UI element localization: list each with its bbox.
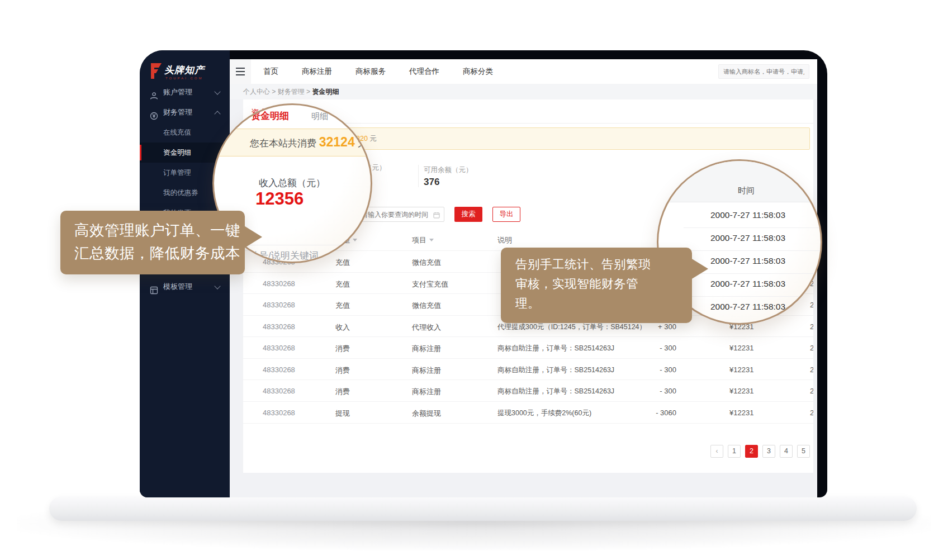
pagination-page-2-active[interactable]: 2 (745, 445, 758, 458)
sidebar-item-templates[interactable]: 模板管理 (140, 277, 230, 297)
sidebar-item-account[interactable]: 账户管理 (140, 82, 230, 102)
cell-balance: ¥12231 (729, 344, 753, 352)
lens-banner: 您在本站共消费 32124 元 (212, 129, 372, 156)
hamburger-menu-icon[interactable] (230, 59, 251, 84)
cell-order: 48330268 (263, 344, 295, 352)
sidebar-subitem-label: 我的优惠券 (163, 183, 198, 203)
chevron-down-icon (214, 283, 220, 289)
pagination-prev-button[interactable]: ‹ (710, 445, 723, 458)
sidebar-item-label: 财务管理 (163, 102, 192, 122)
cell-project: 商标注册 (412, 366, 441, 376)
page: 头牌知产 TOUPAI.COM 账户管理 财务管理 (0, 0, 948, 560)
nav-item-trademark-register[interactable]: 商标注册 (302, 67, 332, 77)
breadcrumb-item[interactable]: 财务管理 (278, 88, 305, 96)
breadcrumb-separator: > (272, 88, 277, 96)
cell-balance: ¥12231 (729, 387, 753, 395)
cell-time: 2000-7-27 11:58:03 (810, 409, 813, 417)
cell-desc: 商标自助注册，订单号：SB2514263J (497, 344, 614, 353)
sidebar-subitem-recharge[interactable]: 在线充值 (140, 122, 230, 143)
date-query-input[interactable] (355, 207, 444, 222)
callout-right-line3: 理。 (515, 294, 692, 314)
nav-item-trademark-services[interactable]: 商标服务 (356, 67, 386, 77)
cell-order: 48330268 (263, 409, 295, 417)
cell-time: 2000-7-27 11:58:03 (810, 344, 813, 352)
cell-project: 余额提现 (412, 409, 441, 419)
cell-type: 消费 (335, 344, 350, 354)
cell-amount: + 300 (601, 322, 676, 331)
breadcrumb-item[interactable]: 个人中心 (243, 88, 270, 96)
column-header-desc: 说明 (497, 235, 512, 245)
laptop-base (49, 496, 917, 521)
callout-left-line1: 高效管理账户订单、一键 (74, 219, 245, 242)
cell-type: 消费 (335, 366, 350, 376)
pagination-page-1[interactable]: 1 (728, 445, 741, 458)
callout-right-line1: 告别手工统计、告别繁琐 (515, 255, 692, 274)
brand-logo-subtext: TOUPAI.COM (165, 77, 203, 80)
pagination-page-3[interactable]: 3 (762, 445, 775, 458)
sidebar-item-label: 模板管理 (163, 277, 192, 297)
sidebar-subitem-label: 资金明细 (163, 143, 191, 163)
chevron-down-icon (214, 88, 220, 94)
nav-links: 首页 商标注册 商标服务 代理合作 商标分类 (263, 59, 493, 84)
table-row[interactable]: 48330268 消费 商标注册 商标自助注册，订单号：SB2514263J -… (243, 358, 813, 381)
pagination-page-4[interactable]: 4 (780, 445, 793, 458)
lens-income-value: 12356 (255, 189, 304, 209)
sort-caret-icon (429, 239, 434, 241)
table-row[interactable]: 48330268 提现 余额提现 提现3000元，手续费2%(60元) - 30… (243, 401, 813, 424)
cell-amount: - 300 (601, 344, 676, 352)
callout-left-line2: 汇总数据，降低财务成本 (74, 242, 245, 265)
callout-right-line2: 审核，实现智能财务管 (515, 274, 692, 294)
calendar-icon[interactable] (433, 211, 440, 221)
lens-time-value: 2000-7-27 11:58:03 (658, 233, 821, 243)
cell-order: 48330268 (263, 366, 295, 374)
breadcrumb: 个人中心 > 财务管理 > 资金明细 (230, 84, 817, 99)
lens-tab-title: 资金明细 (251, 110, 289, 122)
cell-order: 48330268 (263, 322, 295, 331)
cell-time: 2000-7-27 11:58:03 (810, 387, 813, 395)
banner-tail-unit: 元 (369, 135, 377, 143)
cell-time: 2000-7-27 11:58:03 (810, 301, 813, 309)
sidebar-subitem-label: 在线充值 (163, 122, 191, 143)
lens-time-value: 2000-7-27 11:58:03 (658, 210, 821, 220)
sidebar-subitem-label: 订单管理 (163, 163, 191, 183)
cell-type: 充值 (335, 258, 350, 268)
search-button[interactable]: 搜索 (454, 207, 482, 222)
cell-order: 48330268 (263, 387, 295, 395)
cell-project: 微信充值 (412, 258, 441, 268)
cell-type: 提现 (335, 409, 350, 419)
top-navbar: 首页 商标注册 商标服务 代理合作 商标分类 (230, 59, 817, 84)
brand-logo-icon (150, 63, 162, 82)
divider (684, 250, 822, 251)
callout-left: 高效管理账户订单、一键 汇总数据，降低财务成本 (60, 211, 245, 274)
stat-balance-label: 可用余额（元） (424, 165, 473, 175)
nav-item-home[interactable]: 首页 (263, 67, 278, 77)
nav-item-classification[interactable]: 商标分类 (463, 67, 493, 77)
callout-pointer-icon (243, 225, 262, 249)
column-header-project[interactable]: 项目 (412, 235, 434, 245)
sort-caret-icon (353, 239, 357, 241)
table-row[interactable]: 48330268 消费 商标注册 商标自助注册，订单号：SB2514263J -… (243, 379, 813, 402)
cell-type: 充值 (335, 279, 350, 290)
lens-banner-prefix: 您在本站共消费 (250, 138, 316, 149)
lens-time-header-label: 时间 (658, 186, 821, 196)
cell-time: 2000-7-27 11:58:03 (810, 366, 813, 374)
export-button[interactable]: 导出 (492, 207, 520, 222)
sidebar-item-finance[interactable]: 财务管理 (140, 102, 230, 122)
nav-item-agency[interactable]: 代理合作 (409, 67, 439, 77)
cell-desc: 商标自助注册，订单号：SB2514263J (497, 387, 614, 396)
table-row[interactable]: 48330268 消费 商标注册 商标自助注册，订单号：SB2514263J -… (243, 336, 813, 359)
callout-pointer-icon (691, 258, 708, 279)
breadcrumb-separator: > (306, 88, 312, 96)
cell-type: 收入 (335, 322, 350, 333)
cell-amount: - 300 (601, 387, 676, 395)
chevron-up-icon (214, 111, 220, 117)
cell-project: 支付宝充值 (412, 279, 448, 290)
pagination-page-5[interactable]: 5 (797, 445, 810, 458)
cell-amount: - 300 (601, 366, 676, 374)
lens-banner-amount: 32124 (319, 135, 355, 149)
trademark-search-input[interactable] (718, 64, 809, 79)
cell-amount: - 3060 (601, 409, 676, 417)
cell-project: 商标注册 (412, 387, 441, 397)
cell-project: 商标注册 (412, 344, 441, 354)
cell-balance: ¥12231 (729, 409, 753, 417)
